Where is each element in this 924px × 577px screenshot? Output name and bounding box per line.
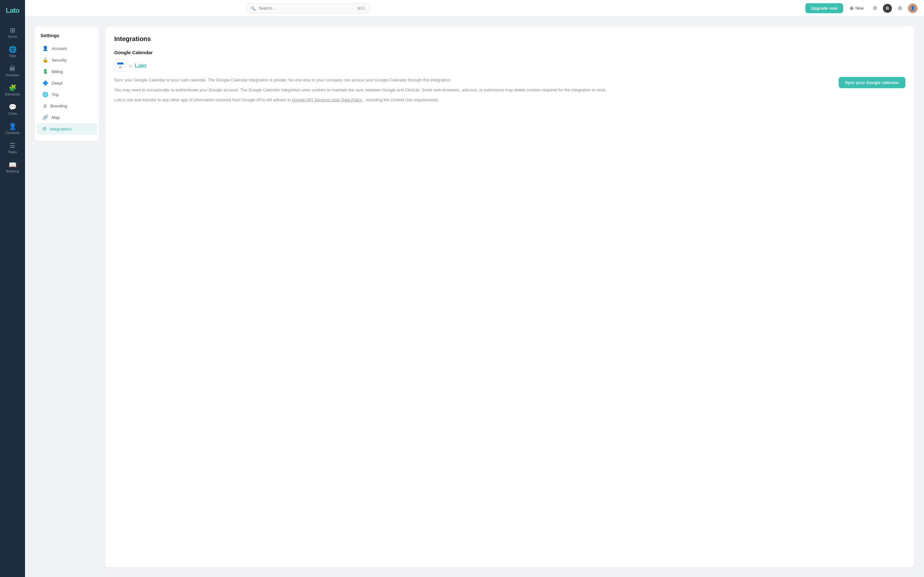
sidebar-nav: ⊞ Home 🌐 Trips 🏛 Samples 🧩 Elements 💬 Ch… bbox=[0, 24, 25, 176]
settings-icon[interactable]: ⚙ bbox=[870, 3, 880, 13]
settings-nav-map[interactable]: 🔗 Map bbox=[37, 111, 97, 123]
integration-logos: 31 » Lato bbox=[114, 60, 905, 72]
tasks-icon: ☰ bbox=[10, 142, 15, 149]
sidebar-item-tasks[interactable]: ☰ Tasks bbox=[0, 139, 25, 157]
gcal-section-title: Google Calendar bbox=[114, 50, 905, 55]
settings-nav-account[interactable]: 👤 Account bbox=[37, 43, 97, 54]
billing-icon: 💲 bbox=[42, 69, 48, 74]
settings-title: Settings bbox=[35, 33, 99, 43]
contacts-icon: 👤 bbox=[9, 123, 17, 129]
gear-icon[interactable]: ⚙ bbox=[895, 3, 905, 13]
search-icon: 🔍 bbox=[250, 6, 256, 11]
desc-paragraph-2: You may need to occasionally re-authenti… bbox=[114, 87, 832, 93]
avatar[interactable]: 👤 bbox=[908, 3, 918, 13]
account-icon: 👤 bbox=[42, 45, 48, 51]
search-input[interactable] bbox=[247, 3, 369, 13]
logo[interactable]: Lato bbox=[3, 4, 22, 17]
search-kbd: ⌘ K bbox=[356, 6, 366, 11]
main-area: 🔍 ⌘ K Upgrade now ⊕ New ⚙ B ⚙ 👤 Settings… bbox=[25, 0, 924, 577]
content-area: Settings 👤 Account 🔒 Security 💲 Billing … bbox=[25, 17, 924, 577]
arrow-right-icon: » bbox=[129, 63, 132, 69]
plus-circle-icon: ⊕ bbox=[850, 5, 854, 11]
settings-sidebar: Settings 👤 Account 🔒 Security 💲 Billing … bbox=[35, 26, 99, 141]
sidebar-item-samples[interactable]: 🏛 Samples bbox=[0, 62, 25, 80]
topbar: 🔍 ⌘ K Upgrade now ⊕ New ⚙ B ⚙ 👤 bbox=[25, 0, 924, 17]
integrations-icon: ⚙ bbox=[42, 126, 47, 132]
map-icon: 🔗 bbox=[42, 114, 48, 120]
samples-icon: 🏛 bbox=[9, 65, 16, 72]
sidebar-item-elements[interactable]: 🧩 Elements bbox=[0, 81, 25, 99]
user-badge-b[interactable]: B bbox=[883, 4, 892, 13]
sync-google-calendar-button[interactable]: Sync your Google calendar bbox=[838, 77, 905, 88]
svg-text:31: 31 bbox=[119, 66, 122, 69]
sidebar-item-booking[interactable]: 📖 Booking bbox=[0, 158, 25, 176]
settings-nav-billing[interactable]: 💲 Billing bbox=[37, 66, 97, 77]
trip-icon: 🌐 bbox=[42, 92, 48, 97]
settings-nav-deepl[interactable]: 🔷 Deepl bbox=[37, 77, 97, 89]
integration-description: Sync your Google Calendar to your Lato c… bbox=[114, 77, 832, 106]
svg-rect-1 bbox=[117, 63, 124, 64]
sidebar-item-contacts[interactable]: 👤 Contacts bbox=[0, 120, 25, 138]
new-button[interactable]: ⊕ New bbox=[846, 3, 867, 13]
settings-nav-integrations[interactable]: ⚙ Integrations bbox=[37, 123, 97, 135]
desc-paragraph-1: Sync your Google Calendar to your Lato c… bbox=[114, 77, 832, 84]
desc-paragraph-3: Lato's use and transfer to any other app… bbox=[114, 97, 832, 103]
sidebar-item-home[interactable]: ⊞ Home bbox=[0, 24, 25, 42]
lato-brand: Lato bbox=[135, 63, 146, 69]
settings-nav-trip[interactable]: 🌐 Trip bbox=[37, 89, 97, 100]
chats-icon: 💬 bbox=[9, 104, 17, 110]
main-content: Integrations Google Calendar 31 » Lato bbox=[105, 26, 914, 567]
svg-rect-3 bbox=[117, 64, 124, 65]
deepl-icon: 🔷 bbox=[42, 80, 48, 86]
branding-icon: 🖥 bbox=[42, 103, 47, 109]
home-icon: ⊞ bbox=[10, 27, 15, 33]
security-icon: 🔒 bbox=[42, 57, 48, 63]
google-calendar-icon: 31 bbox=[114, 60, 126, 72]
booking-icon: 📖 bbox=[9, 161, 17, 168]
integration-body: Sync your Google Calendar to your Lato c… bbox=[114, 77, 905, 106]
sidebar: Lato ⊞ Home 🌐 Trips 🏛 Samples 🧩 Elements… bbox=[0, 0, 25, 577]
sidebar-item-trips[interactable]: 🌐 Trips bbox=[0, 43, 25, 61]
settings-nav-branding[interactable]: 🖥 Branding bbox=[37, 100, 97, 111]
sidebar-item-chats[interactable]: 💬 Chats bbox=[0, 101, 25, 119]
page-title: Integrations bbox=[114, 35, 905, 43]
elements-icon: 🧩 bbox=[9, 85, 17, 91]
topbar-right: Upgrade now ⊕ New ⚙ B ⚙ 👤 bbox=[805, 3, 918, 13]
settings-nav-security[interactable]: 🔒 Security bbox=[37, 54, 97, 66]
search-box: 🔍 ⌘ K bbox=[247, 3, 369, 13]
upgrade-button[interactable]: Upgrade now bbox=[805, 3, 843, 13]
trips-icon: 🌐 bbox=[9, 46, 17, 53]
google-api-policy-link[interactable]: Google API Services User Data Policy bbox=[292, 97, 363, 102]
